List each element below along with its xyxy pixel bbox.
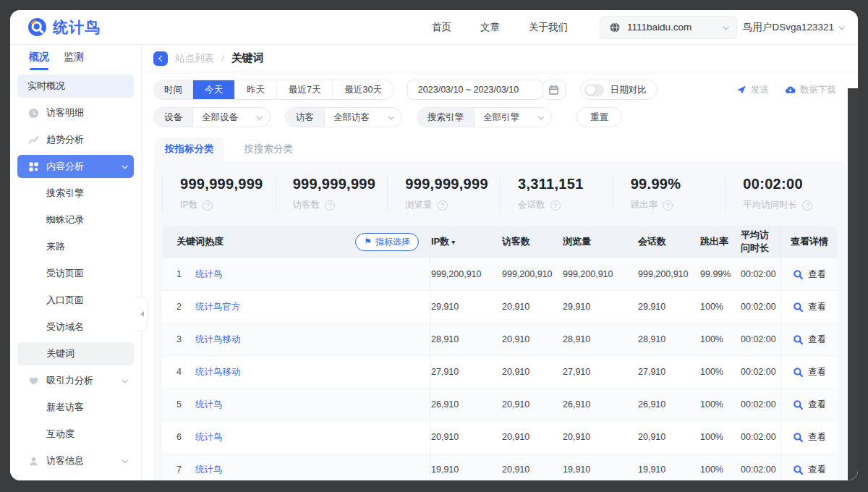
engine-filter[interactable]: 搜索引擎 全部引擎 [417, 107, 552, 127]
sidebar-item-label: 受访域名 [46, 321, 84, 334]
keyword-table: 关键词热度 ⚑ 指标选择 IP数▾访客数浏览量会话数跳出率平均访问时长查看详情 … [162, 226, 838, 480]
tab-按指标分类[interactable]: 按指标分类 [155, 137, 224, 161]
column-header-平均访问时长[interactable]: 平均访问时长 [741, 229, 780, 255]
scrollbar[interactable] [848, 88, 858, 480]
sidebar-item-新老访客[interactable]: 新老访客 [17, 396, 134, 419]
view-detail-button[interactable]: 查看 [780, 258, 838, 290]
keyword-link[interactable]: 统计鸟 [195, 464, 223, 476]
date-compare-toggle[interactable] [584, 84, 604, 96]
sidebar-item-搜索引擎[interactable]: 搜索引擎 [17, 182, 134, 205]
magnifier-icon [793, 367, 804, 378]
view-detail-button[interactable]: 查看 [780, 291, 838, 323]
time-option-最近30天[interactable]: 最近30天 [333, 80, 393, 99]
column-header-访客数[interactable]: 访客数 [502, 235, 563, 248]
cell-pageviews: 29,910 [563, 302, 638, 312]
sidebar-item-实时概况[interactable]: 实时概况 [17, 75, 134, 98]
view-detail-button[interactable]: 查看 [780, 323, 838, 355]
date-compare-label: 日期对比 [610, 84, 647, 96]
chevron-left-icon [158, 55, 164, 61]
category-tabs: 按指标分类按搜索分类 [153, 137, 846, 161]
sidebar-tab-概况[interactable]: 概况 [29, 51, 49, 65]
keyword-link[interactable]: 统计鸟 [195, 268, 223, 281]
sidebar-item-互动度[interactable]: 互动度 [17, 423, 134, 446]
help-icon[interactable]: ? [802, 200, 812, 211]
main-content: 时间 今天昨天最近7天最近30天 2023/03/10 ~ 2023/03/10 [142, 72, 858, 480]
reset-button[interactable]: 重置 [576, 107, 622, 127]
column-header-会话数[interactable]: 会话数 [638, 235, 700, 248]
view-detail-button[interactable]: 查看 [780, 454, 838, 480]
metric-select-button[interactable]: ⚑ 指标选择 [355, 233, 419, 251]
help-icon[interactable]: ? [663, 200, 673, 211]
stat-跳出率: 99.99%跳出率? [613, 176, 726, 211]
sidebar-item-入口页面[interactable]: 入口页面 [17, 289, 134, 312]
help-icon[interactable]: ? [325, 200, 335, 211]
app-logo[interactable]: 统计鸟 [27, 17, 101, 38]
main-area: 站点列表 / 关键词 时间 今天昨天最近7天最近30天 2023/03/10 ~… [142, 45, 858, 480]
date-range-input[interactable]: 2023/03/10 ~ 2023/03/10 [407, 80, 543, 100]
sidebar-item-趋势分析[interactable]: 趋势分析 [17, 128, 134, 151]
back-button[interactable] [153, 51, 168, 66]
user-icon [27, 455, 39, 467]
sidebar-item-内容分析[interactable]: 内容分析 [17, 155, 134, 178]
keyword-link[interactable]: 统计鸟官方 [195, 301, 241, 313]
visitor-filter[interactable]: 访客 全部访客 [285, 107, 402, 127]
top-nav-item-3[interactable]: 关于我们 [529, 21, 568, 34]
time-option-昨天[interactable]: 昨天 [235, 80, 277, 99]
send-button[interactable]: 发送 [736, 84, 769, 96]
time-option-今天[interactable]: 今天 [193, 80, 235, 99]
top-nav-item-2[interactable]: 文章 [480, 21, 500, 34]
calendar-button[interactable] [542, 80, 566, 100]
column-header-浏览量[interactable]: 浏览量 [563, 235, 638, 248]
top-nav-item-1[interactable]: 首页 [432, 21, 451, 34]
column-header-IP数[interactable]: IP数▾ [431, 235, 502, 248]
keyword-cell: 4统计鸟移动 [162, 356, 431, 388]
cell-duration: 00:02:00 [741, 367, 780, 377]
sidebar-item-label: 互动度 [46, 428, 75, 441]
cell-visitors: 20,910 [502, 432, 563, 442]
sidebar-item-label: 搜索引擎 [46, 187, 84, 200]
cloud-download-icon [785, 85, 796, 95]
tab-按搜索分类[interactable]: 按搜索分类 [234, 137, 304, 161]
device-filter[interactable]: 设备 全部设备 [153, 107, 271, 127]
help-icon[interactable]: ? [438, 200, 448, 211]
sidebar-tab-监测[interactable]: 监测 [64, 51, 84, 65]
cell-duration: 00:02:00 [741, 269, 780, 279]
view-detail-button[interactable]: 查看 [780, 421, 838, 453]
sidebar-collapse-handle[interactable] [137, 297, 148, 331]
sidebar-item-关键词[interactable]: 关键词 [17, 342, 134, 365]
data-download-button[interactable]: 数据下载 [785, 84, 836, 96]
data-panel: 999,999,999IP数?999,999,999访客数?999,999,99… [153, 161, 846, 480]
sidebar-item-受访域名[interactable]: 受访域名 [17, 315, 134, 339]
rank-number: 7 [176, 465, 195, 475]
site-selector[interactable]: 1111baidu.com [600, 16, 737, 39]
help-icon[interactable]: ? [550, 200, 561, 211]
table-header: 关键词热度 ⚑ 指标选择 IP数▾访客数浏览量会话数跳出率平均访问时长查看详情 [162, 226, 838, 258]
sidebar-item-label: 新老访客 [46, 401, 84, 414]
sidebar-item-受访页面[interactable]: 受访页面 [17, 262, 134, 285]
cell-duration: 00:02:00 [741, 465, 780, 475]
keyword-link[interactable]: 统计鸟 [195, 431, 223, 444]
sidebar-item-蜘蛛记录[interactable]: 蜘蛛记录 [17, 208, 134, 232]
breadcrumb-site-list[interactable]: 站点列表 [175, 52, 214, 65]
view-label: 查看 [808, 464, 826, 476]
keyword-link[interactable]: 统计鸟移动 [195, 334, 241, 346]
column-header-跳出率[interactable]: 跳出率 [700, 235, 741, 248]
sidebar-item-访客信息[interactable]: 访客信息 [17, 449, 134, 472]
stat-value: 3,311,151 [518, 176, 613, 192]
sidebar-item-来路[interactable]: 来路 [17, 235, 134, 258]
sidebar-item-吸引力分析[interactable]: 吸引力分析 [17, 369, 134, 392]
sidebar-item-访客明细[interactable]: 访客明细 [17, 101, 134, 124]
keyword-link[interactable]: 统计鸟 [195, 399, 223, 411]
view-detail-button[interactable]: 查看 [780, 389, 838, 420]
view-detail-button[interactable]: 查看 [780, 356, 838, 388]
help-icon[interactable]: ? [203, 200, 213, 211]
stat-value: 999,999,999 [293, 176, 388, 192]
device-filter-label: 设备 [154, 108, 193, 127]
sidebar-item-label: 访客明细 [46, 106, 84, 119]
user-menu[interactable]: 鸟用户DSvga123321 [743, 21, 843, 34]
sidebar-item-label: 蜘蛛记录 [46, 213, 84, 226]
cell-pageviews: 27,910 [563, 367, 638, 377]
keyword-link[interactable]: 统计鸟移动 [195, 366, 241, 378]
time-option-最近7天[interactable]: 最近7天 [277, 80, 333, 99]
sidebar-item-label: 内容分析 [46, 160, 84, 173]
